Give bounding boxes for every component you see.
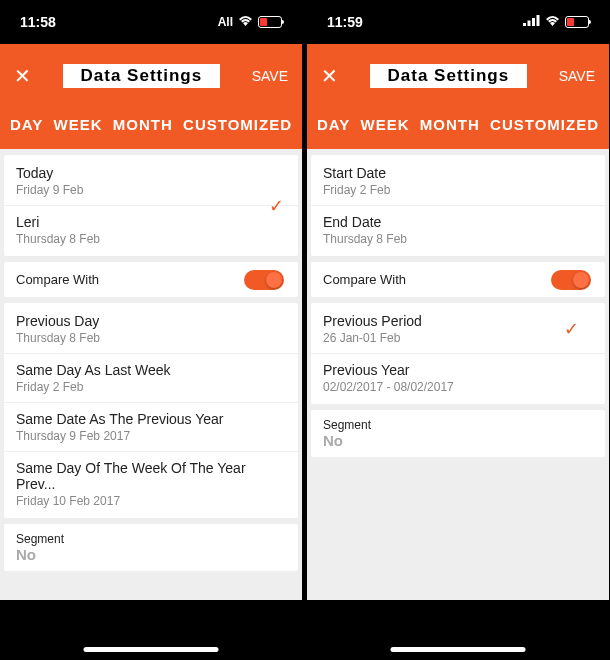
battery-icon bbox=[565, 16, 589, 28]
date-range: Start Date Friday 2 Feb End Date Thursda… bbox=[311, 155, 605, 256]
home-indicator[interactable] bbox=[391, 647, 526, 652]
tab-week[interactable]: WEEK bbox=[359, 112, 412, 137]
content: Today Friday 9 Feb ✓ Leri Thursday 8 Feb… bbox=[0, 149, 302, 600]
svg-rect-2 bbox=[532, 18, 535, 26]
status-bar: 11:58 All bbox=[0, 0, 302, 44]
save-button[interactable]: SAVE bbox=[252, 68, 288, 84]
header: ✕ Data Settings SAVE DAY WEEK MONTH CUST… bbox=[307, 44, 609, 149]
tabs: DAY WEEK MONTH CUSTOMIZED bbox=[307, 112, 609, 137]
segment-row[interactable]: Segment No bbox=[4, 524, 298, 571]
start-date-row[interactable]: Start Date Friday 2 Feb bbox=[323, 165, 593, 197]
compare-with-row[interactable]: Compare With bbox=[311, 262, 605, 297]
home-indicator[interactable] bbox=[84, 647, 219, 652]
compare-option[interactable]: Previous Day Thursday 8 Feb bbox=[16, 313, 286, 345]
tab-month[interactable]: MONTH bbox=[111, 112, 175, 137]
wifi-icon bbox=[238, 15, 253, 29]
compare-options: Previous Period 26 Jan-01 Feb ✓ Previous… bbox=[311, 303, 605, 404]
option-sub: Thursday 8 Feb bbox=[16, 232, 286, 246]
status-right bbox=[523, 15, 589, 29]
page-title: Data Settings bbox=[370, 64, 528, 88]
compare-toggle[interactable] bbox=[244, 270, 284, 290]
status-bar: 11:59 bbox=[307, 0, 609, 44]
battery-icon bbox=[258, 16, 282, 28]
tab-customized[interactable]: CUSTOMIZED bbox=[181, 112, 294, 137]
compare-option[interactable]: Same Day Of The Week Of The Year Prev...… bbox=[16, 460, 286, 508]
compare-option[interactable]: Previous Year 02/02/2017 - 08/02/2017 bbox=[323, 362, 593, 394]
segment-row[interactable]: Segment No bbox=[311, 410, 605, 457]
check-icon: ✓ bbox=[564, 318, 579, 340]
carrier-label: All bbox=[218, 15, 233, 29]
status-right: All bbox=[218, 15, 282, 29]
compare-with-row[interactable]: Compare With bbox=[4, 262, 298, 297]
option-sub: Friday 9 Feb bbox=[16, 183, 286, 197]
option-title: Today bbox=[16, 165, 286, 181]
content: Start Date Friday 2 Feb End Date Thursda… bbox=[307, 149, 609, 600]
page-title: Data Settings bbox=[63, 64, 221, 88]
compare-label: Compare With bbox=[16, 272, 99, 287]
option-today[interactable]: Today Friday 9 Feb ✓ Leri Thursday 8 Feb bbox=[4, 155, 298, 256]
signal-icon bbox=[523, 15, 540, 29]
status-time: 11:59 bbox=[327, 14, 363, 30]
tab-day[interactable]: DAY bbox=[8, 112, 45, 137]
wifi-icon bbox=[545, 15, 560, 29]
status-time: 11:58 bbox=[20, 14, 56, 30]
close-button[interactable]: ✕ bbox=[321, 64, 338, 88]
segment-value: No bbox=[16, 546, 286, 563]
option-title: Leri bbox=[16, 214, 286, 230]
compare-label: Compare With bbox=[323, 272, 406, 287]
compare-option[interactable]: Same Date As The Previous Year Thursday … bbox=[16, 411, 286, 443]
compare-options: Previous Day Thursday 8 Feb Same Day As … bbox=[4, 303, 298, 518]
header: ✕ Data Settings SAVE DAY WEEK MONTH CUST… bbox=[0, 44, 302, 149]
phone-left: 11:58 All ✕ Data Settings SAVE DAY WEEK … bbox=[0, 0, 302, 600]
phone-right: 11:59 ✕ Data Settings SAVE DAY WEEK MONT… bbox=[307, 0, 609, 600]
tab-day[interactable]: DAY bbox=[315, 112, 352, 137]
end-date-row[interactable]: End Date Thursday 8 Feb bbox=[323, 214, 593, 246]
svg-rect-0 bbox=[523, 23, 526, 26]
save-button[interactable]: SAVE bbox=[559, 68, 595, 84]
tab-week[interactable]: WEEK bbox=[52, 112, 105, 137]
compare-option[interactable]: Same Day As Last Week Friday 2 Feb bbox=[16, 362, 286, 394]
compare-option[interactable]: Previous Period 26 Jan-01 Feb ✓ bbox=[323, 313, 593, 345]
svg-rect-1 bbox=[528, 21, 531, 27]
svg-rect-3 bbox=[537, 15, 540, 26]
close-button[interactable]: ✕ bbox=[14, 64, 31, 88]
check-icon: ✓ bbox=[269, 195, 284, 217]
tab-customized[interactable]: CUSTOMIZED bbox=[488, 112, 601, 137]
segment-label: Segment bbox=[323, 418, 593, 432]
segment-value: No bbox=[323, 432, 593, 449]
segment-label: Segment bbox=[16, 532, 286, 546]
tab-month[interactable]: MONTH bbox=[418, 112, 482, 137]
compare-toggle[interactable] bbox=[551, 270, 591, 290]
tabs: DAY WEEK MONTH CUSTOMIZED bbox=[0, 112, 302, 137]
